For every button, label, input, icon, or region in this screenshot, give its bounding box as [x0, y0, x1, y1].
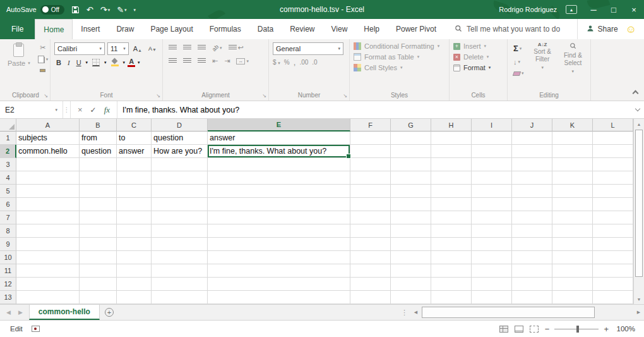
- cancel-entry-icon[interactable]: ×: [78, 105, 83, 114]
- cell-K13[interactable]: [552, 291, 593, 304]
- row-header-12[interactable]: 12: [0, 278, 16, 291]
- row-header-9[interactable]: 9: [0, 238, 16, 251]
- cell-G3[interactable]: [391, 158, 431, 171]
- normal-view-icon[interactable]: [499, 326, 508, 333]
- cell-E13[interactable]: [208, 291, 350, 304]
- cell-I1[interactable]: [472, 132, 512, 145]
- cell-B13[interactable]: [80, 291, 117, 304]
- cell-K10[interactable]: [552, 251, 593, 264]
- cell-H9[interactable]: [431, 238, 472, 251]
- cell-C9[interactable]: [117, 238, 152, 251]
- cell-J8[interactable]: [512, 224, 552, 238]
- cell-C8[interactable]: [117, 224, 152, 238]
- row-header-7[interactable]: 7: [0, 211, 16, 224]
- cell-C10[interactable]: [117, 251, 152, 264]
- cell-K5[interactable]: [552, 185, 593, 198]
- cell-E3[interactable]: [208, 158, 350, 171]
- cell-F8[interactable]: [350, 224, 391, 238]
- cell-H6[interactable]: [431, 198, 472, 211]
- horizontal-scroll-thumb[interactable]: [422, 307, 595, 318]
- increase-decimal-button[interactable]: .00: [299, 59, 308, 66]
- cell-C13[interactable]: [117, 291, 152, 304]
- cell-J10[interactable]: [512, 251, 552, 264]
- user-name[interactable]: Rodrigo Rodriguez: [499, 6, 557, 13]
- scroll-up-icon[interactable]: ▲: [634, 119, 644, 129]
- cell-A1[interactable]: subjects: [16, 132, 80, 145]
- cell-K2[interactable]: [552, 145, 593, 158]
- cell-E1[interactable]: answer: [208, 132, 350, 145]
- cell-E12[interactable]: [208, 278, 350, 291]
- vertical-scrollbar[interactable]: ▲ ▼: [633, 119, 644, 304]
- cell-H11[interactable]: [431, 264, 472, 278]
- cell-E5[interactable]: [208, 185, 350, 198]
- ribbon-tab-home[interactable]: Home: [35, 19, 73, 39]
- cell-F9[interactable]: [350, 238, 391, 251]
- cell-J7[interactable]: [512, 211, 552, 224]
- cell-F10[interactable]: [350, 251, 391, 264]
- column-header-B[interactable]: B: [80, 119, 117, 132]
- orientation-icon[interactable]: ab▾: [210, 44, 224, 52]
- ribbon-tab-power-pivot[interactable]: Power Pivot: [388, 19, 444, 39]
- cell-G8[interactable]: [391, 224, 431, 238]
- cell-J6[interactable]: [512, 198, 552, 211]
- cell-B5[interactable]: [80, 185, 117, 198]
- cell-G9[interactable]: [391, 238, 431, 251]
- cell-H8[interactable]: [431, 224, 472, 238]
- zoom-slider-thumb[interactable]: [576, 326, 579, 333]
- cell-D1[interactable]: question: [152, 132, 208, 145]
- cell-D9[interactable]: [152, 238, 208, 251]
- cell-I4[interactable]: [472, 171, 512, 185]
- ribbon-tab-view[interactable]: View: [323, 19, 356, 39]
- format-as-table-button[interactable]: Format as Table ▾: [354, 53, 439, 61]
- underline-dropdown-icon[interactable]: ▾: [86, 60, 88, 65]
- cell-H10[interactable]: [431, 251, 472, 264]
- cell-G12[interactable]: [391, 278, 431, 291]
- cell-I6[interactable]: [472, 198, 512, 211]
- cell-F3[interactable]: [350, 158, 391, 171]
- cell-C7[interactable]: [117, 211, 152, 224]
- cell-A13[interactable]: [16, 291, 80, 304]
- cell-F2[interactable]: [350, 145, 391, 158]
- ribbon-tab-insert[interactable]: Insert: [73, 19, 108, 39]
- insert-function-icon[interactable]: fx: [104, 105, 110, 115]
- cell-A6[interactable]: [16, 198, 80, 211]
- cell-E9[interactable]: [208, 238, 350, 251]
- cell-styles-button[interactable]: Cell Styles ▾: [354, 64, 439, 71]
- cell-B12[interactable]: [80, 278, 117, 291]
- cell-C3[interactable]: [117, 158, 152, 171]
- find-select-button[interactable]: Find & Select ▾: [559, 42, 587, 75]
- cell-L10[interactable]: [593, 251, 633, 264]
- align-bottom-icon[interactable]: [196, 44, 208, 52]
- cell-E11[interactable]: [208, 264, 350, 278]
- new-sheet-button[interactable]: +: [100, 305, 119, 320]
- ribbon-tab-page-layout[interactable]: Page Layout: [142, 19, 201, 39]
- scroll-right-icon[interactable]: ▶: [633, 305, 644, 320]
- cell-F7[interactable]: [350, 211, 391, 224]
- column-header-A[interactable]: A: [16, 119, 80, 132]
- column-header-H[interactable]: H: [431, 119, 472, 132]
- column-header-J[interactable]: J: [512, 119, 552, 132]
- cell-L7[interactable]: [593, 211, 633, 224]
- underline-button[interactable]: U: [75, 58, 83, 67]
- cell-C11[interactable]: [117, 264, 152, 278]
- cell-G5[interactable]: [391, 185, 431, 198]
- cell-F13[interactable]: [350, 291, 391, 304]
- clear-button[interactable]: ▾: [511, 70, 526, 77]
- column-header-I[interactable]: I: [472, 119, 512, 132]
- cell-A8[interactable]: [16, 224, 80, 238]
- vertical-scroll-track[interactable]: [634, 129, 644, 294]
- cell-D8[interactable]: [152, 224, 208, 238]
- decrease-decimal-button[interactable]: .0: [312, 59, 317, 66]
- ribbon-tab-review[interactable]: Review: [282, 19, 323, 39]
- expand-formula-bar-icon[interactable]: [631, 101, 644, 118]
- close-button[interactable]: ×: [624, 0, 644, 19]
- merge-center-icon[interactable]: ↔▾: [234, 57, 251, 66]
- align-top-icon[interactable]: [167, 44, 179, 52]
- cell-J13[interactable]: [512, 291, 552, 304]
- name-box[interactable]: E2 ▾: [0, 101, 63, 118]
- align-right-icon[interactable]: [196, 57, 208, 65]
- page-break-view-icon[interactable]: [530, 326, 539, 333]
- font-color-icon[interactable]: A: [128, 58, 135, 68]
- cell-H7[interactable]: [431, 211, 472, 224]
- maximize-button[interactable]: □: [604, 0, 624, 19]
